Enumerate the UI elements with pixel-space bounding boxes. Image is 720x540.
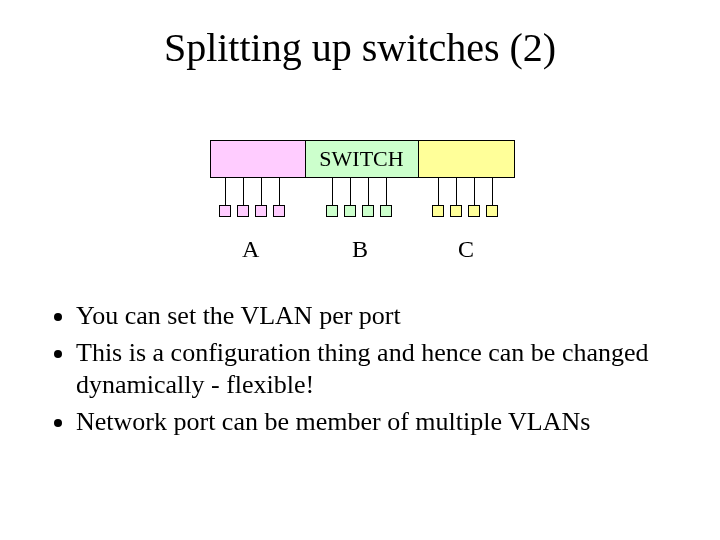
port-stem [474, 177, 475, 205]
port-stem [279, 177, 280, 205]
slide-title: Splitting up switches (2) [0, 24, 720, 71]
vlan-label-b: B [352, 236, 368, 263]
bullet-list: You can set the VLAN per port This is a … [48, 300, 672, 442]
bullet-item: This is a configuration thing and hence … [76, 337, 672, 402]
port-a [255, 205, 267, 217]
port-b [362, 205, 374, 217]
port-stem [332, 177, 333, 205]
port-b [344, 205, 356, 217]
bullet-item: You can set the VLAN per port [76, 300, 672, 333]
port-c [486, 205, 498, 217]
port-stem [243, 177, 244, 205]
vlan-label-c: C [458, 236, 474, 263]
port-a [219, 205, 231, 217]
port-c [432, 205, 444, 217]
slide: Splitting up switches (2) SWITCH [0, 0, 720, 540]
port-stem [438, 177, 439, 205]
port-stem [386, 177, 387, 205]
port-stem [456, 177, 457, 205]
port-stem [225, 177, 226, 205]
port-c [468, 205, 480, 217]
port-stem [368, 177, 369, 205]
port-c [450, 205, 462, 217]
switch-label: SWITCH [210, 146, 513, 172]
port-a [237, 205, 249, 217]
port-stem [261, 177, 262, 205]
port-a [273, 205, 285, 217]
switch-diagram: SWITCH A B C [210, 140, 513, 270]
port-stem [492, 177, 493, 205]
bullet-item: Network port can be member of multiple V… [76, 406, 672, 439]
vlan-label-a: A [242, 236, 259, 263]
port-b [380, 205, 392, 217]
port-b [326, 205, 338, 217]
port-stem [350, 177, 351, 205]
